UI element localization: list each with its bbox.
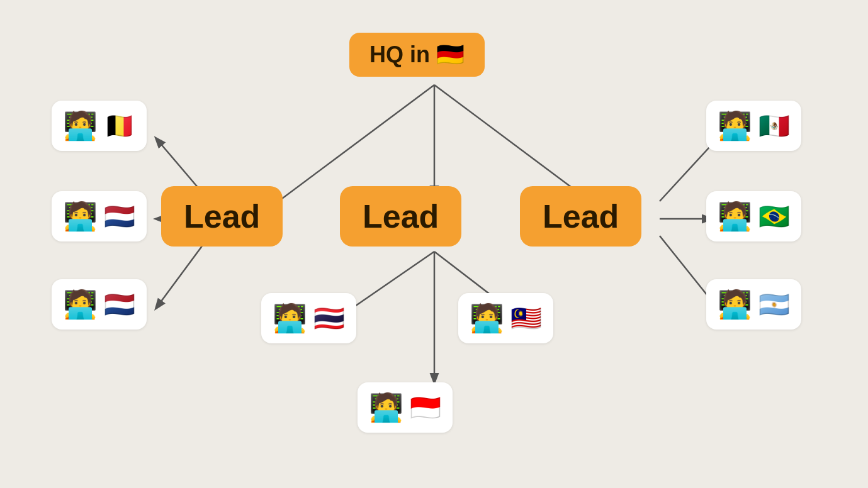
lead-right-label: Lead [520,186,641,247]
svg-line-5 [156,236,210,308]
worker-th-flag: 🇹🇭 [313,304,345,333]
worker-my-icon: 🧑‍💻 [470,302,504,335]
worker-mx: 🧑‍💻 🇲🇽 [706,101,801,151]
worker-my: 🧑‍💻 🇲🇾 [458,293,553,343]
worker-nl1-flag: 🇳🇱 [104,202,135,231]
worker-mx-flag: 🇲🇽 [758,111,790,141]
lead-right-node: Lead [520,186,641,247]
hq-node: HQ in 🇩🇪 [349,33,485,77]
hq-flag: 🇩🇪 [436,42,465,67]
worker-be-icon: 🧑‍💻 [63,109,98,142]
org-chart: HQ in 🇩🇪 Lead Lead Lead 🧑‍💻 🇧🇪 🧑‍💻 🇳🇱 🧑‍… [0,0,868,488]
worker-nl2: 🧑‍💻 🇳🇱 [52,279,147,330]
lead-center-label: Lead [340,186,461,247]
worker-ar: 🧑‍💻 🇦🇷 [706,279,801,330]
worker-id-flag: 🇮🇩 [410,393,441,423]
worker-br-icon: 🧑‍💻 [718,200,752,233]
worker-br: 🧑‍💻 🇧🇷 [706,191,801,241]
worker-id-icon: 🧑‍💻 [369,391,403,424]
worker-nl1: 🧑‍💻 🇳🇱 [52,191,147,241]
svg-line-6 [343,252,434,314]
worker-be-flag: 🇧🇪 [104,111,135,141]
worker-nl2-icon: 🧑‍💻 [63,288,98,321]
worker-id: 🧑‍💻 🇮🇩 [358,382,453,433]
worker-nl1-icon: 🧑‍💻 [63,200,98,233]
worker-be: 🧑‍💻 🇧🇪 [52,101,147,151]
hq-label: HQ in 🇩🇪 [349,33,485,77]
worker-th: 🧑‍💻 🇹🇭 [261,293,356,343]
hq-text: HQ in [369,42,436,67]
worker-br-flag: 🇧🇷 [758,202,790,231]
worker-my-flag: 🇲🇾 [510,304,542,333]
worker-ar-icon: 🧑‍💻 [718,288,752,321]
lead-center-node: Lead [340,186,461,247]
worker-ar-flag: 🇦🇷 [758,290,790,319]
worker-mx-icon: 🧑‍💻 [718,109,752,142]
lead-left-label: Lead [161,186,283,247]
worker-nl2-flag: 🇳🇱 [104,290,135,319]
worker-th-icon: 🧑‍💻 [273,302,307,335]
lead-left-node: Lead [161,186,283,247]
